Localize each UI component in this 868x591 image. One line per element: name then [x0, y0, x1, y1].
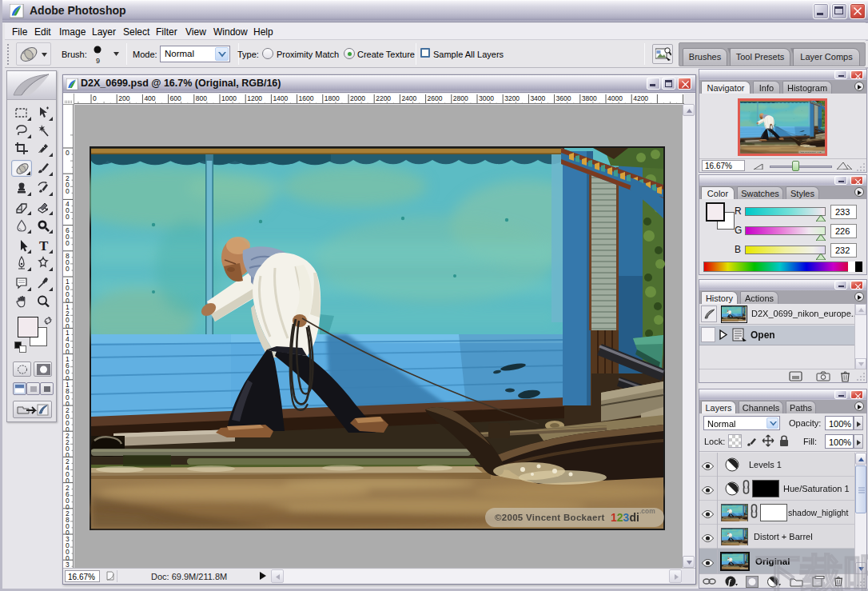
svg-text:4000: 4000 [607, 94, 623, 102]
svg-text:3200: 3200 [504, 94, 520, 102]
svg-text:1600: 1600 [299, 94, 314, 102]
svg-text:0: 0 [66, 187, 70, 195]
svg-text:1200: 1200 [247, 94, 262, 102]
svg-text:2600: 2600 [428, 94, 443, 102]
svg-text:3600: 3600 [556, 94, 571, 102]
svg-text:1400: 1400 [273, 94, 288, 102]
svg-text:1000: 1000 [221, 94, 237, 102]
svg-text:3000: 3000 [479, 94, 494, 102]
svg-text:下载吧: 下载吧 [756, 550, 868, 591]
svg-text:4200: 4200 [633, 94, 648, 102]
svg-text:0: 0 [66, 265, 70, 273]
svg-text:2400: 2400 [401, 94, 416, 102]
svg-text:9: 9 [96, 57, 100, 65]
svg-text:400: 400 [144, 94, 155, 102]
svg-text:2200: 2200 [376, 94, 391, 102]
svg-text:0: 0 [66, 149, 70, 157]
svg-text:1800: 1800 [325, 94, 340, 102]
svg-text:800: 800 [196, 94, 207, 102]
svg-text:3400: 3400 [530, 94, 545, 102]
svg-text:0: 0 [66, 239, 70, 247]
svg-text:600: 600 [170, 94, 181, 102]
svg-text:3800: 3800 [582, 94, 597, 102]
svg-text:200: 200 [118, 94, 129, 102]
svg-text:T: T [39, 238, 49, 253]
svg-text:0: 0 [93, 94, 97, 102]
svg-text:2800: 2800 [453, 94, 468, 102]
svg-text:2000: 2000 [350, 94, 365, 102]
svg-text:0: 0 [66, 213, 70, 221]
